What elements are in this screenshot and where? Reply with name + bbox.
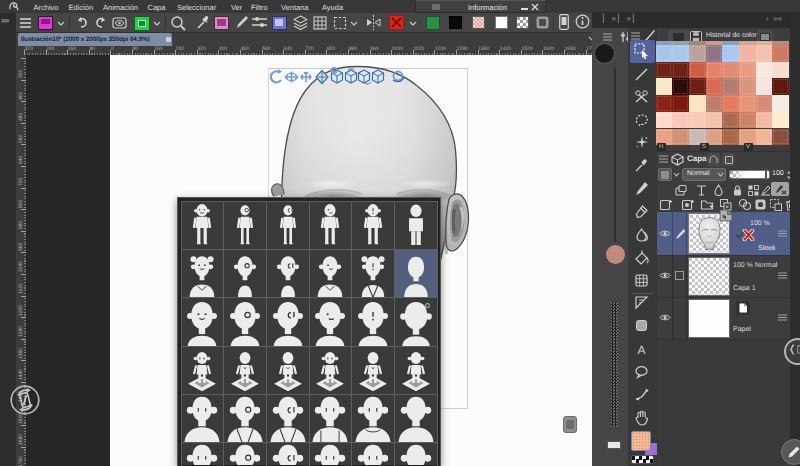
svg-text:A: A — [637, 343, 645, 357]
